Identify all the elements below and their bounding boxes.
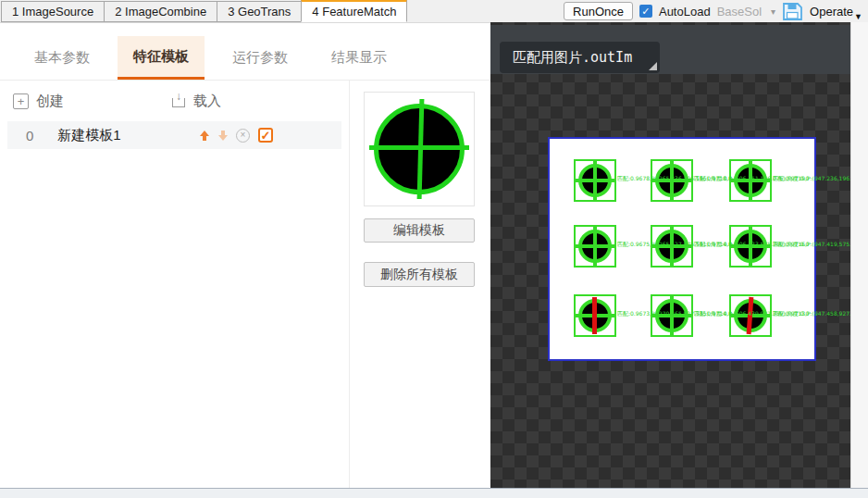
module-tabs: 1 ImageSource2 ImageCombine3 GeoTrans4 F… [0,0,406,22]
chevron-down-icon: ▾ [771,6,775,17]
chevron-down-icon: ▼ [854,13,862,21]
edit-template-button[interactable]: 编辑模板 [364,218,475,243]
operate-label: Operate [810,5,853,19]
load-template-button[interactable]: ↓ 载入 [171,93,221,110]
module-tab[interactable]: 4 FeatureMatch [301,0,407,22]
match-cross-v [593,159,597,202]
delete-all-templates-button[interactable]: 删除所有模板 [364,262,475,287]
remove-circle-icon[interactable]: × [236,129,250,143]
template-index: 0 [26,128,33,143]
image-selector-value: 匹配用图片.outIm [513,49,632,67]
panel-tab[interactable]: 特征模板 [118,36,205,80]
move-down-icon[interactable] [217,131,228,141]
match-target [574,225,616,268]
template-row-actions: × ✓ [199,128,273,143]
module-tab[interactable]: 3 GeoTrans [217,1,302,22]
app-window: 1 ImageSource2 ImageCombine3 GeoTrans4 F… [0,0,868,498]
match-target [574,159,616,202]
panel-tab[interactable]: 基本参数 [19,36,105,80]
template-toolbar: + 创建 ↓ 载入 [13,88,336,114]
match-target [574,294,616,337]
status-bar [0,488,868,498]
operate-menu[interactable]: Operate ▼ [810,5,862,19]
panel-tabs: 基本参数特征模板运行参数结果显示 [0,36,490,81]
template-list-area: + 创建 ↓ 载入 0 新建模板1 × ✓ [0,81,350,488]
module-tabbar: 1 ImageSource2 ImageCombine3 GeoTrans4 F… [0,0,868,22]
image-selector-dropdown[interactable]: 匹配用图片.outIm [500,42,660,73]
template-list-row[interactable]: 0 新建模板1 × ✓ [7,121,341,149]
match-result-image: 匹配:0.9678,P:(265.336,196.196),角度:0.0匹配:0… [548,137,816,361]
template-name: 新建模板1 [57,127,120,144]
autoload-checkbox[interactable]: ✓ [639,5,652,18]
module-tab[interactable]: 1 ImageSource [1,1,105,22]
move-up-icon[interactable] [199,131,209,141]
template-enabled-checkbox[interactable]: ✓ [258,128,273,143]
panel-tab[interactable]: 运行参数 [217,36,304,80]
load-label: 载入 [193,93,221,110]
feature-match-panel: 基本参数特征模板运行参数结果显示 + 创建 ↓ 载入 0 新建模板1 [0,22,490,488]
match-cross-v [593,225,597,268]
download-tray-icon: ↓ [171,93,186,108]
create-label: 创建 [36,93,64,110]
solution-dropdown[interactable]: BaseSol ▾ [717,5,775,19]
match-red-mark [592,297,597,334]
module-tab[interactable]: 2 ImageCombine [104,1,217,22]
solution-dropdown-value: BaseSol [717,5,762,19]
resize-grip-icon [649,62,657,70]
run-once-button[interactable]: RunOnce [564,2,633,20]
top-toolbar: RunOnce ✓ AutoLoad BaseSol ▾ Operate ▼ [564,1,862,21]
save-icon[interactable] [782,2,803,21]
autoload-label: AutoLoad [659,5,711,19]
create-template-button[interactable]: + 创建 [13,93,64,110]
right-scroll-strip[interactable] [850,22,868,488]
image-canvas[interactable]: 匹配用图片.outIm 匹配:0.9678,P:(265.336,196.196… [490,22,851,488]
plus-square-icon: + [13,93,29,109]
panel-tab[interactable]: 结果显示 [316,36,403,80]
template-preview [364,92,475,206]
